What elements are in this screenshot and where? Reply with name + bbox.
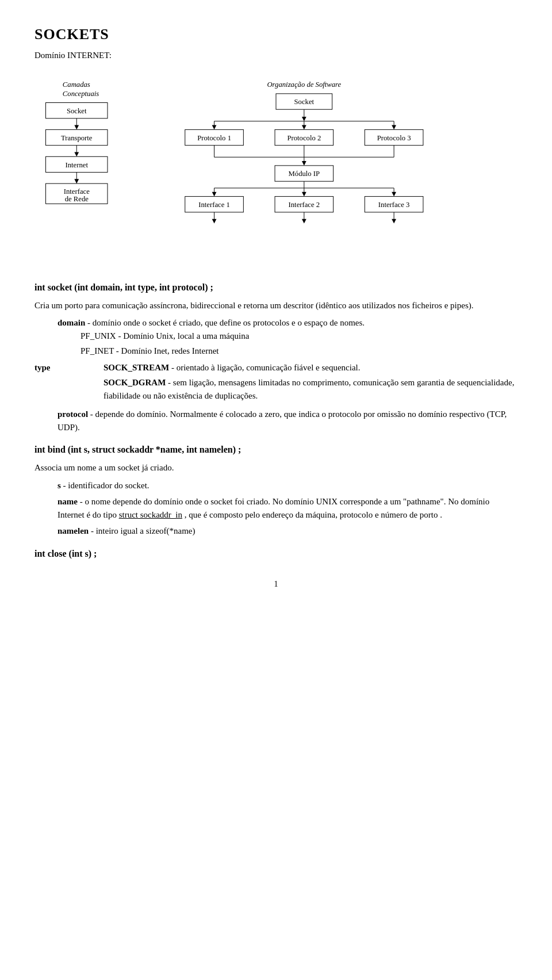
param-name-struct: struct sockaddr_in (119, 510, 182, 519)
param-s-desc: - identificador do socket. (63, 481, 150, 490)
svg-marker-62 (392, 219, 396, 223)
diagram-section: Camadas Conceptuais Socket Transporte In… (34, 74, 518, 263)
param-protocol-label: protocol (57, 409, 88, 419)
param-domain-sub1: PF_UNIX - Domínio Unix, local a uma máqu… (80, 330, 518, 343)
svg-marker-56 (302, 219, 306, 223)
param-s-label: s (57, 481, 61, 490)
sockstream-desc: - orientado à ligação, comunicação fiáve… (171, 363, 361, 372)
function1-section: int socket (int domain, int type, int pr… (34, 281, 518, 434)
svg-text:de Rede: de Rede (65, 195, 89, 203)
svg-text:Protocolo 3: Protocolo 3 (377, 133, 411, 141)
svg-text:Interface: Interface (64, 187, 90, 195)
param-protocol-desc: - depende do domínio. Normalmente é colo… (57, 409, 507, 432)
param-domain-desc: - domínio onde o socket é criado, que de… (87, 318, 365, 327)
architecture-diagram: Camadas Conceptuais Socket Transporte In… (34, 74, 518, 252)
param-namelen-desc: - inteiro igual a sizeof(*name) (91, 526, 195, 535)
function3-section: int close (int s) ; (34, 547, 518, 561)
svg-text:Internet: Internet (66, 160, 89, 169)
svg-text:Socket: Socket (294, 98, 315, 106)
svg-marker-5 (74, 125, 79, 129)
param-domain-sub2: PF_INET - Domínio Inet, redes Internet (80, 344, 518, 358)
page-number: 1 (34, 578, 518, 590)
function2-section: int bind (int s, struct sockaddr *name, … (34, 443, 518, 538)
param-name-desc3: , que é composto pelo endereço da máquin… (185, 510, 442, 519)
svg-text:Módulo IP: Módulo IP (289, 170, 320, 178)
svg-marker-24 (212, 125, 217, 129)
svg-text:Protocolo 1: Protocolo 1 (197, 133, 231, 141)
function1-description: Cria um porto para comunicação assíncron… (34, 299, 518, 312)
param-type-label: type (34, 361, 55, 374)
svg-text:Interface 3: Interface 3 (378, 201, 410, 209)
svg-text:Interface 1: Interface 1 (198, 201, 230, 209)
sockdgram-label: SOCK_DGRAM (103, 378, 166, 387)
param-s: s - identificador do socket. (57, 479, 518, 492)
svg-text:Camadas: Camadas (63, 81, 90, 89)
svg-marker-52 (302, 192, 306, 196)
subtitle: Domínio INTERNET: (34, 49, 518, 62)
sockdgram-desc: - sem ligação, mensagens limitadas no co… (103, 378, 514, 400)
svg-text:Interface 2: Interface 2 (289, 201, 320, 209)
svg-marker-32 (392, 125, 396, 129)
param-type: type SOCK_STREAM - orientado à ligação, … (34, 361, 518, 405)
svg-text:Conceptuais: Conceptuais (63, 89, 99, 97)
page-title: Sockets (34, 23, 518, 45)
svg-marker-21 (302, 116, 306, 121)
svg-marker-50 (212, 219, 217, 223)
svg-text:Organização de Software: Organização de Software (267, 81, 341, 89)
param-protocol: protocol - depende do domínio. Normalmen… (57, 408, 518, 434)
function2-description: Associa um nome a um socket já criado. (34, 461, 518, 474)
svg-marker-9 (74, 152, 79, 156)
svg-text:Socket: Socket (67, 107, 87, 115)
function3-signature: int close (int s) ; (34, 547, 518, 561)
param-namelen: namelen - inteiro igual a sizeof(*name) (57, 525, 518, 538)
param-type-sockstream: SOCK_STREAM - orientado à ligação, comun… (103, 361, 518, 374)
svg-marker-58 (392, 192, 396, 196)
function2-signature: int bind (int s, struct sockaddr *name, … (34, 443, 518, 457)
svg-marker-46 (212, 192, 217, 196)
param-name-label: name (57, 497, 78, 506)
svg-marker-40 (302, 161, 306, 166)
param-type-sockdgram: SOCK_DGRAM - sem ligação, mensagens limi… (103, 376, 518, 402)
svg-marker-28 (302, 125, 306, 129)
param-name: name - o nome depende do domínio onde o … (57, 495, 518, 521)
param-domain: domain - domínio onde o socket é criado,… (57, 316, 518, 358)
param-namelen-label: namelen (57, 526, 89, 535)
function1-signature: int socket (int domain, int type, int pr… (34, 281, 518, 294)
svg-marker-13 (74, 179, 79, 183)
svg-text:Protocolo 2: Protocolo 2 (287, 133, 321, 141)
svg-text:Transporte: Transporte (61, 133, 93, 141)
param-domain-label: domain (57, 318, 85, 327)
sockstream-label: SOCK_STREAM (103, 363, 169, 372)
